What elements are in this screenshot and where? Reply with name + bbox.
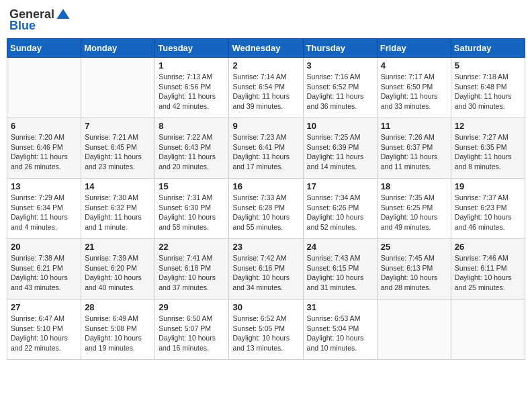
day-number: 13 <box>11 181 77 191</box>
weekday-header-row: SundayMondayTuesdayWednesdayThursdayFrid… <box>7 39 525 58</box>
weekday-header-sunday: Sunday <box>7 39 81 58</box>
day-info: Sunrise: 7:17 AM Sunset: 6:50 PM Dayligh… <box>381 72 447 111</box>
day-number: 16 <box>232 181 299 191</box>
day-info: Sunrise: 7:21 AM Sunset: 6:45 PM Dayligh… <box>85 132 151 172</box>
calendar-day-cell: 3Sunrise: 7:16 AM Sunset: 6:52 PM Daylig… <box>303 58 377 118</box>
calendar-day-cell: 12Sunrise: 7:27 AM Sunset: 6:35 PM Dayli… <box>451 118 525 179</box>
day-number: 7 <box>85 121 151 131</box>
weekday-header-tuesday: Tuesday <box>155 39 229 58</box>
calendar-day-cell: 13Sunrise: 7:29 AM Sunset: 6:34 PM Dayli… <box>7 179 81 239</box>
calendar-day-cell <box>451 300 525 360</box>
calendar-day-cell: 30Sunrise: 6:52 AM Sunset: 5:05 PM Dayli… <box>229 300 303 360</box>
day-number: 4 <box>381 60 447 71</box>
calendar-day-cell: 8Sunrise: 7:22 AM Sunset: 6:43 PM Daylig… <box>155 118 229 179</box>
day-number: 19 <box>455 181 521 191</box>
logo-blue: Blue <box>9 19 36 33</box>
calendar-day-cell: 26Sunrise: 7:46 AM Sunset: 6:11 PM Dayli… <box>451 239 525 300</box>
day-number: 1 <box>159 60 225 71</box>
day-info: Sunrise: 6:52 AM Sunset: 5:05 PM Dayligh… <box>232 314 299 353</box>
day-info: Sunrise: 7:13 AM Sunset: 6:56 PM Dayligh… <box>159 72 225 111</box>
calendar-day-cell <box>81 58 155 118</box>
weekday-header-thursday: Thursday <box>303 39 377 58</box>
day-info: Sunrise: 7:35 AM Sunset: 6:25 PM Dayligh… <box>381 193 447 232</box>
calendar-day-cell: 22Sunrise: 7:41 AM Sunset: 6:18 PM Dayli… <box>155 239 229 300</box>
day-info: Sunrise: 7:18 AM Sunset: 6:48 PM Dayligh… <box>455 72 521 111</box>
day-info: Sunrise: 7:20 AM Sunset: 6:46 PM Dayligh… <box>11 132 77 172</box>
calendar-day-cell: 31Sunrise: 6:53 AM Sunset: 5:04 PM Dayli… <box>303 300 377 360</box>
svg-marker-0 <box>57 9 70 19</box>
calendar-week-row: 13Sunrise: 7:29 AM Sunset: 6:34 PM Dayli… <box>7 179 525 239</box>
day-info: Sunrise: 7:37 AM Sunset: 6:23 PM Dayligh… <box>455 193 521 232</box>
day-info: Sunrise: 6:50 AM Sunset: 5:07 PM Dayligh… <box>159 314 225 353</box>
calendar-day-cell: 19Sunrise: 7:37 AM Sunset: 6:23 PM Dayli… <box>451 179 525 239</box>
calendar-day-cell: 11Sunrise: 7:26 AM Sunset: 6:37 PM Dayli… <box>377 118 451 179</box>
day-number: 14 <box>85 181 151 191</box>
calendar-week-row: 6Sunrise: 7:20 AM Sunset: 6:46 PM Daylig… <box>7 118 525 179</box>
day-info: Sunrise: 7:39 AM Sunset: 6:20 PM Dayligh… <box>85 253 151 293</box>
day-info: Sunrise: 7:45 AM Sunset: 6:13 PM Dayligh… <box>381 253 447 293</box>
calendar-day-cell: 10Sunrise: 7:25 AM Sunset: 6:39 PM Dayli… <box>303 118 377 179</box>
day-info: Sunrise: 7:23 AM Sunset: 6:41 PM Dayligh… <box>232 132 299 172</box>
day-info: Sunrise: 7:16 AM Sunset: 6:52 PM Dayligh… <box>307 72 373 111</box>
calendar-day-cell: 21Sunrise: 7:39 AM Sunset: 6:20 PM Dayli… <box>81 239 155 300</box>
day-number: 27 <box>11 302 77 312</box>
day-info: Sunrise: 7:29 AM Sunset: 6:34 PM Dayligh… <box>11 193 77 232</box>
calendar-day-cell: 7Sunrise: 7:21 AM Sunset: 6:45 PM Daylig… <box>81 118 155 179</box>
calendar-day-cell: 5Sunrise: 7:18 AM Sunset: 6:48 PM Daylig… <box>451 58 525 118</box>
day-number: 28 <box>85 302 151 312</box>
day-number: 24 <box>307 242 373 252</box>
day-number: 8 <box>159 121 225 131</box>
calendar-day-cell: 1Sunrise: 7:13 AM Sunset: 6:56 PM Daylig… <box>155 58 229 118</box>
calendar-week-row: 20Sunrise: 7:38 AM Sunset: 6:21 PM Dayli… <box>7 239 525 300</box>
calendar-day-cell: 9Sunrise: 7:23 AM Sunset: 6:41 PM Daylig… <box>229 118 303 179</box>
day-number: 5 <box>455 60 521 71</box>
calendar-day-cell <box>7 58 81 118</box>
calendar-day-cell: 28Sunrise: 6:49 AM Sunset: 5:08 PM Dayli… <box>81 300 155 360</box>
calendar-day-cell: 4Sunrise: 7:17 AM Sunset: 6:50 PM Daylig… <box>377 58 451 118</box>
day-number: 20 <box>11 242 77 252</box>
day-number: 26 <box>455 242 521 252</box>
logo: General Blue <box>9 7 71 33</box>
day-number: 31 <box>307 302 373 312</box>
calendar-day-cell: 23Sunrise: 7:42 AM Sunset: 6:16 PM Dayli… <box>229 239 303 300</box>
calendar-day-cell: 18Sunrise: 7:35 AM Sunset: 6:25 PM Dayli… <box>377 179 451 239</box>
weekday-header-wednesday: Wednesday <box>229 39 303 58</box>
day-number: 23 <box>232 242 299 252</box>
calendar-day-cell: 6Sunrise: 7:20 AM Sunset: 6:46 PM Daylig… <box>7 118 81 179</box>
page-header: General Blue <box>7 7 525 33</box>
calendar-table: SundayMondayTuesdayWednesdayThursdayFrid… <box>7 38 525 360</box>
logo-container: General Blue <box>9 7 71 33</box>
day-info: Sunrise: 6:47 AM Sunset: 5:10 PM Dayligh… <box>11 314 77 353</box>
day-info: Sunrise: 7:38 AM Sunset: 6:21 PM Dayligh… <box>11 253 77 293</box>
day-number: 2 <box>232 60 299 71</box>
day-number: 10 <box>307 121 373 131</box>
day-number: 18 <box>381 181 447 191</box>
calendar-day-cell <box>377 300 451 360</box>
day-number: 11 <box>381 121 447 131</box>
day-info: Sunrise: 7:41 AM Sunset: 6:18 PM Dayligh… <box>159 253 225 293</box>
calendar-day-cell: 2Sunrise: 7:14 AM Sunset: 6:54 PM Daylig… <box>229 58 303 118</box>
logo-icon <box>56 7 71 21</box>
day-number: 22 <box>159 242 225 252</box>
day-info: Sunrise: 7:33 AM Sunset: 6:28 PM Dayligh… <box>232 193 299 232</box>
calendar-day-cell: 25Sunrise: 7:45 AM Sunset: 6:13 PM Dayli… <box>377 239 451 300</box>
day-info: Sunrise: 7:42 AM Sunset: 6:16 PM Dayligh… <box>232 253 299 293</box>
calendar-day-cell: 29Sunrise: 6:50 AM Sunset: 5:07 PM Dayli… <box>155 300 229 360</box>
calendar-week-row: 27Sunrise: 6:47 AM Sunset: 5:10 PM Dayli… <box>7 300 525 360</box>
calendar-day-cell: 27Sunrise: 6:47 AM Sunset: 5:10 PM Dayli… <box>7 300 81 360</box>
day-info: Sunrise: 7:34 AM Sunset: 6:26 PM Dayligh… <box>307 193 373 232</box>
calendar-day-cell: 14Sunrise: 7:30 AM Sunset: 6:32 PM Dayli… <box>81 179 155 239</box>
weekday-header-friday: Friday <box>377 39 451 58</box>
day-info: Sunrise: 7:22 AM Sunset: 6:43 PM Dayligh… <box>159 132 225 172</box>
weekday-header-monday: Monday <box>81 39 155 58</box>
calendar-day-cell: 20Sunrise: 7:38 AM Sunset: 6:21 PM Dayli… <box>7 239 81 300</box>
day-info: Sunrise: 7:27 AM Sunset: 6:35 PM Dayligh… <box>455 132 521 172</box>
calendar-day-cell: 16Sunrise: 7:33 AM Sunset: 6:28 PM Dayli… <box>229 179 303 239</box>
day-number: 12 <box>455 121 521 131</box>
day-info: Sunrise: 6:49 AM Sunset: 5:08 PM Dayligh… <box>85 314 151 353</box>
day-number: 30 <box>232 302 299 312</box>
calendar-day-cell: 15Sunrise: 7:31 AM Sunset: 6:30 PM Dayli… <box>155 179 229 239</box>
day-info: Sunrise: 7:26 AM Sunset: 6:37 PM Dayligh… <box>381 132 447 172</box>
day-number: 21 <box>85 242 151 252</box>
day-number: 6 <box>11 121 77 131</box>
